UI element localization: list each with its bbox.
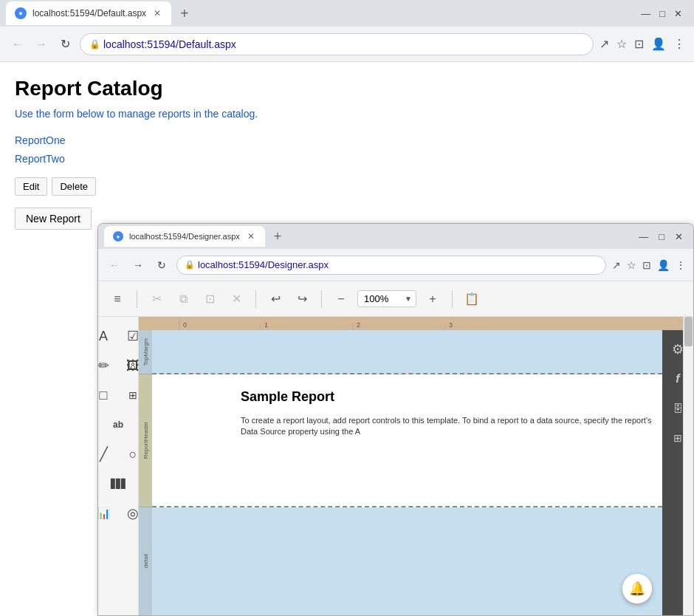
page-content: Report Catalog Use the form below to man… bbox=[0, 62, 694, 616]
list-item-reporttwo[interactable]: ReportTwo bbox=[15, 150, 679, 168]
maximize-button[interactable]: □ bbox=[659, 8, 665, 19]
minimize-button[interactable]: — bbox=[641, 8, 650, 19]
nested-active-tab[interactable]: ● localhost:51594/Designer.aspx ✕ bbox=[104, 226, 265, 247]
nested-bookmark-icon[interactable]: ☆ bbox=[627, 259, 636, 271]
browser-action-icons: ↗ ☆ ⊡ 👤 ⋮ bbox=[599, 37, 685, 51]
lock-icon: 🔒 bbox=[89, 39, 100, 49]
top-margin-label: TopMargin bbox=[139, 330, 152, 374]
designer-body: A ☑ ✏ 🖼 □ ⊞ ab bbox=[98, 317, 693, 615]
nested-lock-icon: 🔒 bbox=[185, 260, 195, 270]
nested-browser: ● localhost:51594/Designer.aspx ✕ + — □ … bbox=[97, 223, 694, 616]
list-item-reportone[interactable]: ReportOne bbox=[15, 131, 679, 150]
cut-toolbar-icon[interactable]: ✂ bbox=[146, 289, 167, 309]
edit-button[interactable]: Edit bbox=[15, 177, 47, 196]
detail-label: detail bbox=[139, 507, 152, 615]
ruler-ticks bbox=[139, 317, 693, 330]
report-header-label: ReportHeader bbox=[139, 374, 152, 507]
nested-tab-bar: ● localhost:51594/Designer.aspx ✕ + — □ … bbox=[98, 224, 693, 249]
delete-button[interactable]: Delete bbox=[52, 177, 96, 196]
nested-tab-label: localhost:51594/Designer.aspx bbox=[129, 232, 240, 241]
bookmark-icon[interactable]: ☆ bbox=[616, 37, 627, 51]
rect-tool[interactable]: □ bbox=[98, 382, 117, 408]
paste-toolbar-icon[interactable]: ⊡ bbox=[199, 289, 220, 309]
close-button[interactable]: ✕ bbox=[674, 8, 682, 19]
share-icon[interactable]: ↗ bbox=[599, 37, 609, 51]
detail-text: detail bbox=[142, 554, 149, 568]
bell-icon: 🔔 bbox=[629, 581, 645, 597]
nested-maximize-button[interactable]: □ bbox=[659, 231, 664, 242]
back-button[interactable]: ← bbox=[9, 35, 27, 53]
toolbox: A ☑ ✏ 🖼 □ ⊞ ab bbox=[98, 317, 139, 615]
tab-favicon: ● bbox=[15, 7, 27, 19]
nested-split-icon[interactable]: ⊡ bbox=[642, 259, 651, 271]
toolbar-separator-4 bbox=[452, 290, 453, 308]
split-icon[interactable]: ⊡ bbox=[634, 37, 644, 51]
line-tool[interactable]: ╱ bbox=[98, 441, 117, 468]
report-toolbar-icon[interactable]: 📋 bbox=[461, 289, 482, 309]
zoom-minus-icon[interactable]: − bbox=[331, 289, 351, 309]
nested-tab-close-button[interactable]: ✕ bbox=[246, 230, 256, 243]
new-report-button[interactable]: New Report bbox=[15, 208, 92, 230]
menu-toolbar-icon[interactable]: ≡ bbox=[107, 289, 128, 309]
nested-profile-icon[interactable]: 👤 bbox=[657, 259, 670, 271]
report-header-section: Sample Report To create a report layout,… bbox=[152, 374, 662, 507]
tool-row-6: ▋▋▋ bbox=[105, 470, 131, 497]
nested-refresh-button[interactable]: ↻ bbox=[153, 256, 171, 274]
toolbar-separator-1 bbox=[137, 290, 137, 308]
sample-report-desc: To create a report layout, add report co… bbox=[241, 415, 662, 438]
sample-report-title: Sample Report bbox=[241, 389, 334, 405]
zoom-select[interactable]: 100% 50% 75% 150% 200% bbox=[357, 290, 416, 307]
ab-tool[interactable]: ab bbox=[105, 411, 131, 438]
nested-menu-icon[interactable]: ⋮ bbox=[676, 259, 686, 271]
nested-close-button[interactable]: ✕ bbox=[675, 231, 683, 242]
address-input[interactable]: 🔒 localhost:51594/Default.aspx bbox=[80, 33, 594, 55]
zoom-plus-icon[interactable]: + bbox=[422, 289, 443, 309]
nested-tab-favicon: ● bbox=[113, 231, 123, 242]
tab-close-button[interactable]: ✕ bbox=[152, 7, 162, 20]
url-text: localhost:51594/Default.aspx bbox=[103, 38, 236, 50]
nested-new-tab-button[interactable]: + bbox=[268, 229, 288, 244]
outer-tab-bar: ● localhost:51594/Default.aspx ✕ + — □ ✕ bbox=[0, 0, 694, 27]
zoom-control: 100% 50% 75% 150% 200% ▼ bbox=[357, 290, 416, 307]
main-content-area: TopMargin ReportHeader detail bbox=[139, 330, 693, 615]
menu-icon[interactable]: ⋮ bbox=[673, 37, 685, 51]
copy-toolbar-icon[interactable]: ⧉ bbox=[173, 289, 193, 309]
nested-url-text: localhost:51594/Designer.aspx bbox=[198, 259, 329, 270]
scrollbar-thumb[interactable] bbox=[684, 330, 693, 346]
text-tool[interactable]: A bbox=[98, 323, 117, 349]
detail-section bbox=[152, 507, 662, 615]
top-margin-section bbox=[152, 330, 662, 374]
section-labels-column: TopMargin ReportHeader detail bbox=[139, 330, 152, 615]
page-title: Report Catalog bbox=[15, 77, 679, 100]
barcode-tool[interactable]: ▋▋▋ bbox=[105, 470, 131, 497]
nested-window-controls: — □ ✕ bbox=[639, 231, 687, 242]
profile-icon[interactable]: 👤 bbox=[651, 37, 666, 51]
chart-tool[interactable]: 📊 bbox=[98, 500, 117, 527]
forward-button[interactable]: → bbox=[32, 35, 50, 53]
nested-minimize-button[interactable]: — bbox=[639, 231, 648, 242]
edit-tool[interactable]: ✏ bbox=[98, 352, 117, 379]
nested-address-bar: ← → ↻ 🔒 localhost:51594/Designer.aspx ↗ … bbox=[98, 249, 693, 281]
tool-row-4: ab bbox=[105, 411, 131, 438]
redo-toolbar-icon[interactable]: ↪ bbox=[292, 289, 312, 309]
action-buttons: Edit Delete bbox=[15, 177, 679, 196]
notification-bell-button[interactable]: 🔔 bbox=[622, 574, 652, 603]
toolbar-separator-3 bbox=[321, 290, 322, 308]
designer-toolbar: ≡ ✂ ⧉ ⊡ ✕ ↩ ↪ − 100% 50% 75% bbox=[98, 281, 693, 317]
delete-toolbar-icon[interactable]: ✕ bbox=[226, 289, 247, 309]
nested-address-input[interactable]: 🔒 localhost:51594/Designer.aspx bbox=[176, 256, 606, 275]
active-tab[interactable]: ● localhost:51594/Default.aspx ✕ bbox=[6, 1, 171, 25]
nested-forward-button[interactable]: → bbox=[129, 256, 147, 274]
window-controls: — □ ✕ bbox=[641, 8, 688, 19]
new-tab-button[interactable]: + bbox=[174, 5, 195, 22]
vertical-scrollbar[interactable] bbox=[683, 330, 693, 615]
page-description: Use the form below to manage reports in … bbox=[15, 108, 679, 120]
nested-share-icon[interactable]: ↗ bbox=[612, 259, 621, 271]
canvas-sections: Sample Report To create a report layout,… bbox=[152, 330, 662, 615]
undo-toolbar-icon[interactable]: ↩ bbox=[265, 289, 286, 309]
toolbar-separator-2 bbox=[255, 290, 256, 308]
outer-address-bar: ← → ↻ 🔒 localhost:51594/Default.aspx ↗ ☆… bbox=[0, 27, 694, 62]
nested-browser-actions: ↗ ☆ ⊡ 👤 ⋮ bbox=[612, 259, 686, 271]
refresh-button[interactable]: ↻ bbox=[56, 35, 74, 53]
nested-back-button[interactable]: ← bbox=[106, 256, 123, 274]
